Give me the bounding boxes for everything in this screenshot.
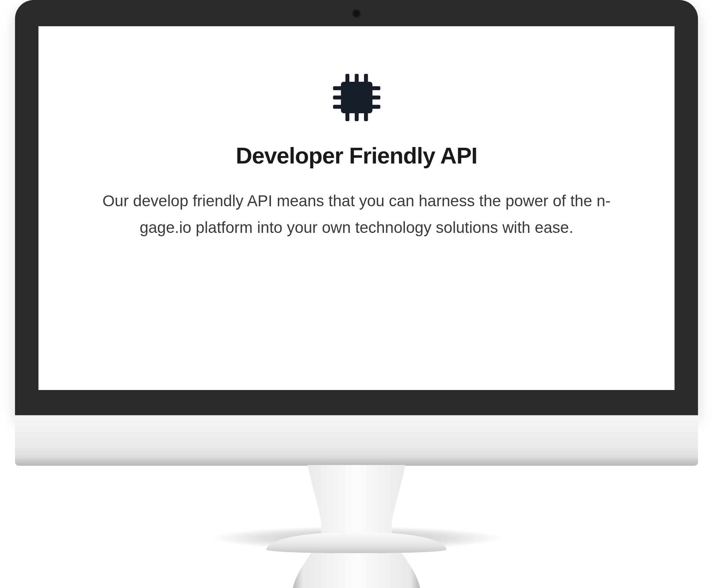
svg-rect-0 xyxy=(341,82,372,113)
svg-rect-9 xyxy=(333,105,342,109)
camera-icon xyxy=(352,9,361,18)
svg-rect-5 xyxy=(355,112,359,121)
svg-rect-7 xyxy=(333,86,342,90)
monitor-stand-neck xyxy=(293,465,420,588)
monitor-mockup: Developer Friendly API Our develop frien… xyxy=(0,0,713,588)
svg-rect-6 xyxy=(364,112,368,121)
svg-rect-2 xyxy=(355,74,359,83)
svg-rect-8 xyxy=(333,96,342,100)
svg-rect-3 xyxy=(364,74,368,83)
monitor-chin xyxy=(15,415,698,466)
svg-rect-1 xyxy=(345,74,349,83)
svg-rect-11 xyxy=(371,96,380,100)
svg-rect-10 xyxy=(371,86,380,90)
body-text: Our develop friendly API means that you … xyxy=(94,188,619,241)
svg-rect-12 xyxy=(371,105,380,109)
screen-content: Developer Friendly API Our develop frien… xyxy=(39,26,675,390)
monitor-bezel: Developer Friendly API Our develop frien… xyxy=(15,0,698,416)
headline: Developer Friendly API xyxy=(236,142,477,169)
chip-icon xyxy=(328,69,385,126)
svg-rect-4 xyxy=(345,112,349,121)
